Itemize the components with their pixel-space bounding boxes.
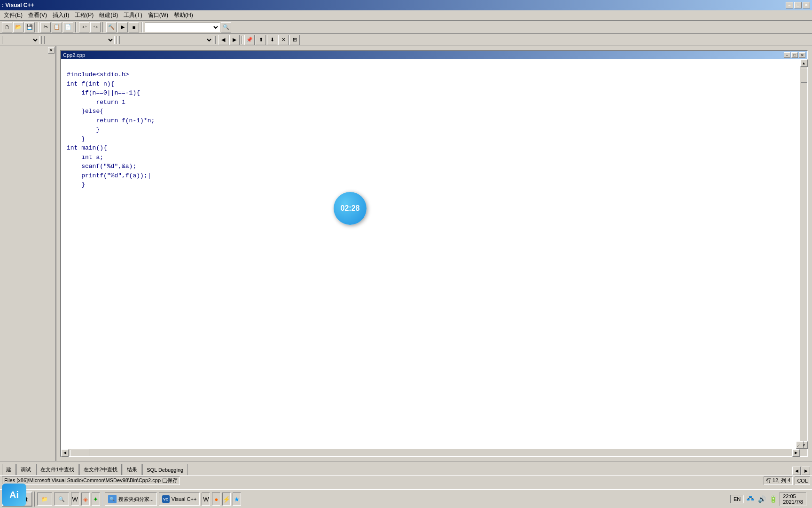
menu-view[interactable]: 查看(V) [25, 11, 50, 20]
search-app-icon: 🔍 [108, 495, 117, 503]
class-dropdown[interactable] [2, 36, 39, 44]
quicklaunch-search[interactable]: 🔍 [54, 492, 69, 506]
scroll-h-thumb[interactable] [70, 450, 89, 456]
editor-title: Cpp2.cpp [63, 52, 783, 58]
resize-handle[interactable]: ⟋ [796, 441, 804, 449]
vc-icon: VC [162, 495, 170, 503]
code-line-12: printf("%d",f(a));| [67, 172, 151, 179]
code-line-10: int a; [67, 154, 103, 161]
tray-volume: 🔊 [757, 494, 766, 504]
horizontal-scrollbar[interactable]: ◀ ▶ [61, 449, 800, 456]
bookmark-btn[interactable]: 📌 [244, 35, 255, 45]
scroll-up-btn[interactable]: ▲ [800, 59, 808, 67]
method-dropdown[interactable] [44, 36, 115, 44]
tray-battery: 🔋 [768, 494, 778, 504]
taskbar-tray: EN 🔊 🔋 22:05 2021/7/8 [726, 492, 810, 506]
status-position: 行 12, 列 4 [764, 476, 793, 485]
scroll-h-track[interactable] [69, 449, 792, 456]
svg-rect-2 [751, 499, 754, 500]
explore-icon: 📁 [41, 496, 48, 502]
editor-title-bar: Cpp2.cpp − □ ✕ [61, 51, 807, 59]
taskbar-wps[interactable]: W [202, 492, 210, 506]
menu-insert[interactable]: 插入(I) [50, 11, 72, 20]
status-right: 行 12, 列 4 COL [764, 476, 810, 485]
menu-project[interactable]: 工程(P) [72, 11, 96, 20]
quicklaunch-explore[interactable]: 📁 [37, 492, 52, 506]
scroll-v-thumb[interactable] [801, 69, 807, 83]
new-file-btn[interactable]: 🗋 [2, 22, 12, 32]
ai-badge-label: Ai [9, 490, 19, 500]
tab-sql[interactable]: SQL Debugging [142, 464, 187, 475]
menu-window[interactable]: 窗口(W) [145, 11, 171, 20]
config-dropdown[interactable] [145, 23, 220, 32]
code-line-9: int main(){ [67, 144, 107, 151]
toolbar-sep-2 [75, 22, 77, 32]
quicklaunch-word[interactable]: W [71, 492, 79, 506]
code-line-1: #include<stdio.h> [67, 71, 129, 78]
nav-back-btn[interactable]: ◀ [218, 35, 228, 45]
scroll-v-track[interactable] [800, 67, 807, 441]
quicklaunch-misc2[interactable]: ✦ [92, 492, 100, 506]
stop-btn[interactable]: ■ [129, 22, 139, 32]
status-col-text: COL [797, 478, 808, 484]
tab-build[interactable]: 建 [2, 464, 16, 475]
tab-debug[interactable]: 调试 [16, 464, 35, 475]
copy-btn[interactable]: 📋 [52, 22, 62, 32]
close-button[interactable]: ✕ [803, 2, 810, 8]
timer-overlay[interactable]: 02:28 [334, 192, 367, 225]
scroll-right-btn[interactable]: ▶ [792, 449, 800, 457]
save-btn[interactable]: 💾 [24, 22, 35, 32]
tab-find2[interactable]: 在文件2中查找 [79, 464, 122, 475]
redo-btn[interactable]: ↪ [90, 22, 101, 32]
status-filepath-text: Files [x86]\Microsoft Visual Studio\Comm… [4, 477, 178, 484]
undo-btn[interactable]: ↩ [79, 22, 89, 32]
vertical-scrollbar[interactable]: ▲ ▼ [800, 59, 807, 449]
tab-find1[interactable]: 在文件1中查找 [36, 464, 78, 475]
clock-date: 2021/7/8 [783, 499, 803, 505]
ai-badge[interactable]: Ai [2, 484, 26, 506]
maximize-button[interactable]: □ [794, 2, 802, 8]
search-app-label: 搜索夹妇分家... [118, 496, 154, 503]
file-dropdown[interactable] [119, 36, 213, 44]
taskbar-app6[interactable]: ★ [233, 492, 241, 506]
main-toolbar: 🗋 📂 💾 ✂ 📋 📄 ↩ ↪ 🔨 ▶ ■ 🔍 [0, 21, 812, 34]
taskbar-vc-btn[interactable]: VC Visual C++ [159, 492, 200, 506]
debug-btn[interactable]: ▶ [117, 22, 128, 32]
status-filepath: Files [x86]\Microsoft Visual Studio\Comm… [2, 476, 180, 485]
window-list-btn[interactable]: ⊞ [289, 35, 300, 45]
tab-nav-left[interactable]: ◀ [792, 467, 801, 475]
editor-close-btn[interactable]: ✕ [799, 52, 805, 58]
minimize-button[interactable]: − [786, 2, 793, 8]
menu-tools[interactable]: 工具(T) [121, 11, 145, 20]
code-line-4: return 1 [67, 99, 125, 106]
nav-fwd-btn[interactable]: ▶ [229, 35, 240, 45]
status-position-text: 行 12, 列 4 [766, 477, 791, 484]
search-btn[interactable]: 🔍 [221, 22, 231, 32]
left-panel-close[interactable]: ✕ [48, 47, 55, 54]
svg-rect-0 [749, 496, 752, 498]
paste-btn[interactable]: 📄 [63, 22, 73, 32]
code-editor[interactable]: #include<stdio.h> int f(int n){ if(n==0|… [61, 59, 807, 456]
open-file-btn[interactable]: 📂 [13, 22, 23, 32]
taskbar-app5[interactable]: ⚡ [222, 492, 231, 506]
taskbar-sep [34, 492, 35, 507]
lang-indicator[interactable]: EN [730, 495, 744, 503]
editor-minimize-btn[interactable]: − [784, 52, 790, 58]
build-btn[interactable]: 🔨 [106, 22, 117, 32]
tab-nav-right[interactable]: ▶ [802, 467, 810, 475]
cut-btn[interactable]: ✂ [40, 22, 51, 32]
scroll-left-btn[interactable]: ◀ [61, 449, 69, 457]
menu-help[interactable]: 帮助(H) [171, 11, 196, 20]
taskbar-chrome[interactable]: ● [212, 492, 220, 506]
quicklaunch-misc1[interactable]: ◈ [81, 492, 90, 506]
bookmark-clear-btn[interactable]: ✕ [278, 35, 289, 45]
title-bar-buttons: − □ ✕ [786, 2, 810, 8]
taskbar-search-app[interactable]: 🔍 搜索夹妇分家... [105, 492, 157, 506]
menu-file[interactable]: 文件(E) [1, 11, 25, 20]
menu-build[interactable]: 组建(B) [96, 11, 121, 20]
code-line-8: } [67, 135, 85, 143]
bookmark-next-btn[interactable]: ⬇ [267, 35, 277, 45]
editor-maximize-btn[interactable]: □ [791, 52, 798, 58]
tab-results[interactable]: 结果 [123, 464, 141, 475]
bookmark-prev-btn[interactable]: ⬆ [256, 35, 266, 45]
